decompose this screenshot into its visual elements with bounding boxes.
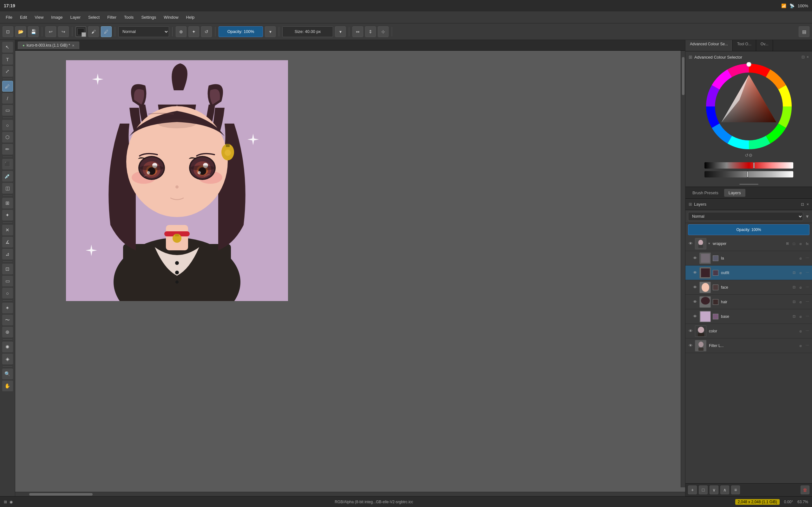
layer-row-color[interactable]: 👁 color α ⋯ [686, 324, 812, 338]
brush-preset-btn[interactable]: 🖌 [88, 26, 99, 37]
colour-expand-icon[interactable]: ⊡ [802, 55, 805, 59]
brush-flow-btn[interactable]: ✦ [189, 26, 199, 37]
menu-settings[interactable]: Settings [138, 14, 159, 21]
similar-select-tool[interactable]: ✺ [2, 342, 13, 352]
statusbar-grid-icon[interactable]: ⊞ [4, 500, 7, 504]
menu-edit[interactable]: Edit [17, 14, 30, 21]
layer-icon-alpha-base[interactable]: α [798, 314, 803, 320]
colour-close-icon[interactable]: × [807, 55, 809, 59]
size-dropdown-btn[interactable]: ▾ [335, 26, 346, 37]
colour-selector-tab[interactable]: Advanced Colour Se... [686, 40, 733, 51]
hscroll-thumb[interactable] [29, 493, 93, 496]
layer-icon-mask[interactable]: □ [791, 241, 797, 246]
gradient-tool[interactable]: ◫ [2, 183, 13, 193]
size-display[interactable]: Size: 40.00 px [282, 26, 333, 37]
layer-icon-link-face[interactable]: ⊡ [791, 285, 797, 290]
menu-file[interactable]: File [3, 14, 15, 21]
contiguous-select-tool[interactable]: ⊛ [2, 327, 13, 337]
statusbar-size-badge[interactable]: 2,048 x 2,048 (1.1 GiB) [735, 499, 780, 505]
layer-icon-alpha-face[interactable]: α [798, 285, 803, 290]
transform-move-tool[interactable]: ⤢ [2, 66, 13, 77]
menu-select[interactable]: Select [85, 14, 103, 21]
layer-name-color[interactable]: color [708, 329, 797, 333]
value-gradient-thumb[interactable] [747, 171, 748, 177]
layer-icon-dots-outfit[interactable]: ⋯ [804, 270, 810, 276]
add-layer-btn[interactable]: + [688, 486, 697, 494]
layer-row-base[interactable]: 👁 base ⊡ α ⋯ [686, 309, 812, 324]
transform-btn[interactable]: ⊹ [378, 26, 389, 37]
layers-opacity-row[interactable]: Opacity: 100% [688, 224, 809, 235]
layer-icon-dots-hair[interactable]: ⋯ [804, 299, 810, 305]
overview-tab[interactable]: Ov... [756, 40, 773, 51]
layer-props-btn[interactable]: ≡ [731, 486, 740, 494]
layer-icon-alpha-color[interactable]: α [798, 328, 803, 334]
fill-tool[interactable]: ⬛ [2, 159, 13, 170]
layer-name-la[interactable]: la [720, 256, 797, 261]
brush-settings-btn[interactable]: 🖊 [101, 26, 112, 37]
select-tool[interactable]: ↖ [2, 42, 13, 53]
polygon-tool[interactable]: ⬡ [2, 132, 13, 143]
layer-visibility-filter[interactable]: 👁 [687, 343, 694, 349]
line-tool[interactable]: / [2, 93, 13, 104]
layer-icon-alpha-la[interactable]: α [798, 256, 803, 261]
layer-name-face[interactable]: face [720, 285, 790, 290]
layer-visibility-base[interactable]: 👁 [692, 314, 698, 320]
crop-tool[interactable]: ⊡ [2, 264, 13, 274]
opacity-display[interactable]: Opacity: 100% [218, 26, 263, 37]
layer-name-base[interactable]: base [720, 314, 790, 319]
menu-window[interactable]: Window [160, 14, 182, 21]
hscrollbar[interactable] [15, 492, 685, 496]
opacity-dropdown-btn[interactable]: ▾ [265, 26, 275, 37]
fg-color-btn[interactable] [75, 26, 86, 37]
layer-icon-link-hair[interactable]: ⊡ [791, 299, 797, 305]
ruler-tool[interactable]: ✕ [2, 225, 13, 235]
menu-tools[interactable]: Tools [121, 14, 137, 21]
blend-mode-select[interactable]: Normal [118, 26, 169, 37]
layer-name-wrapper[interactable]: wrapper [711, 241, 783, 246]
hue-gradient-bar[interactable] [705, 162, 793, 169]
lasso-free-tool[interactable]: 〜 [2, 315, 13, 326]
layer-icon-alpha-hair[interactable]: α [798, 299, 803, 305]
menu-image[interactable]: Image [48, 14, 66, 21]
layer-icon-dots-la[interactable]: ⋯ [804, 256, 810, 261]
canvas-container[interactable] [15, 51, 685, 492]
freehand-tool[interactable]: ✏ [2, 144, 13, 155]
layer-name-hair[interactable]: hair [720, 300, 790, 304]
colour-settings-icon[interactable]: ⚙ [749, 153, 753, 158]
tool-options-tab[interactable]: Tool O... [733, 40, 756, 51]
move-up-btn[interactable]: ∧ [720, 486, 729, 494]
statusbar-record-icon[interactable]: ◉ [9, 500, 13, 504]
mirror-h-btn[interactable]: ⇔ [352, 26, 363, 37]
layer-name-outfit[interactable]: outfit [720, 271, 790, 275]
ellipse-tool[interactable]: ○ [2, 120, 13, 130]
lasso-rect-tool[interactable]: ▭ [2, 276, 13, 286]
document-tab[interactable]: ● kuro-tt-003.kra (1.1 GiB) * × [18, 42, 79, 49]
lasso-poly-tool[interactable]: ✶ [2, 302, 13, 314]
save-btn[interactable]: 💾 [28, 26, 39, 37]
layer-row-outfit[interactable]: 👁 outfit ⊡ α ⋯ [686, 266, 812, 280]
angle-tool[interactable]: ∡ [2, 237, 13, 247]
pan-tool[interactable]: ✋ [2, 381, 13, 391]
layer-icon-dots-filter[interactable]: ⋯ [804, 343, 810, 349]
open-btn[interactable]: 📂 [15, 26, 26, 37]
layer-row-la[interactable]: 👁 la α ⋯ [686, 251, 812, 266]
zoom-tool[interactable]: 🔍 [2, 369, 13, 379]
clone-tool[interactable]: ⊞ [2, 198, 13, 209]
layers-close-icon[interactable]: × [807, 202, 809, 207]
layer-visibility-wrapper[interactable]: 👁 [687, 240, 694, 247]
layers-blend-mode-select[interactable]: Normal [688, 212, 803, 221]
layer-row-hair[interactable]: 👁 hair ⊡ α ⋯ [686, 295, 812, 309]
redo-btn[interactable]: ↪ [58, 26, 69, 37]
value-gradient-bar[interactable] [705, 171, 793, 177]
layer-icon-link-base[interactable]: ⊡ [791, 314, 797, 320]
smudge-tool[interactable]: ✦ [2, 210, 13, 221]
layer-icon-grid[interactable]: ⊞ [784, 241, 790, 246]
layer-icon-alpha[interactable]: α [798, 241, 803, 246]
menu-view[interactable]: View [32, 14, 47, 21]
tab-close-btn[interactable]: × [72, 43, 74, 48]
colour-wheel-svg[interactable] [705, 62, 793, 151]
layer-visibility-color[interactable]: 👁 [687, 328, 694, 334]
vscroll-thumb[interactable] [682, 57, 684, 95]
smart-patch-tool[interactable]: ⊿ [2, 249, 13, 260]
brush-tool[interactable]: 🖊 [2, 81, 13, 92]
